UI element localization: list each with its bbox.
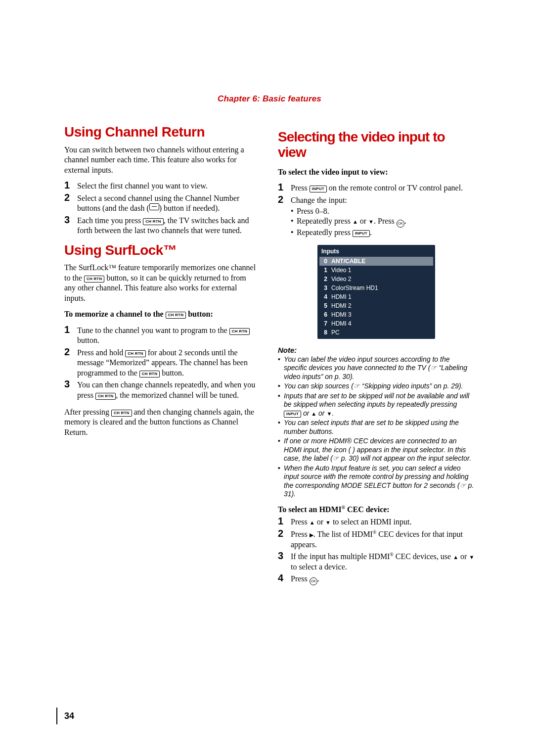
inputs-menu-number: 8 <box>321 329 327 336</box>
step-item: If the input has multiple HDMI® CEC devi… <box>278 552 475 572</box>
text-run: Press <box>291 184 310 192</box>
paragraph: After pressing CH RTN and then changing … <box>64 407 259 437</box>
step-item: Press and hold CH RTN for about 2 second… <box>64 348 259 378</box>
note-item: Inputs that are set to be skipped will n… <box>278 392 475 418</box>
inputs-menu-label: HDMI 3 <box>331 311 352 318</box>
inputs-menu: Inputs 0ANT/CABLE1Video 12Video 23ColorS… <box>317 245 435 339</box>
chrtn-button-icon: CH RTN <box>143 218 163 225</box>
page-number: 34 <box>64 711 74 721</box>
inputs-menu-label: ANT/CABLE <box>331 258 365 265</box>
steps-select-input: Press INPUT on the remote control or TV … <box>278 183 475 238</box>
page: Chapter 6: Basic features Using Channel … <box>0 0 534 756</box>
down-triangle-icon <box>368 217 374 225</box>
inputs-menu-label: ColorStream HD1 <box>331 284 378 291</box>
inputs-menu-label: HDMI 2 <box>331 302 352 309</box>
inputs-menu-number: 2 <box>321 276 327 283</box>
input-button-icon: INPUT <box>284 411 301 418</box>
inputs-menu-item: 1Video 1 <box>319 266 433 275</box>
input-button-icon: INPUT <box>310 186 327 192</box>
inputs-menu-number: 4 <box>321 293 327 300</box>
right-triangle-icon <box>310 530 313 538</box>
note-item: When the Auto Input feature is set, you … <box>278 464 475 499</box>
steps-channel-return: Select the first channel you want to vie… <box>64 181 259 236</box>
inputs-menu-item: 8PC <box>319 328 433 337</box>
paragraph: The SurfLock™ feature temporarily memori… <box>64 263 259 303</box>
step-text: Select the first channel you want to vie… <box>77 182 208 190</box>
chrtn-button-icon: CH RTN <box>84 276 104 283</box>
inputs-menu-item: 3ColorStream HD1 <box>319 284 433 292</box>
step-item: Select a second channel using the Channe… <box>64 193 259 214</box>
notes-list: You can label the video input sources ac… <box>278 355 475 499</box>
text-run: Tune to the channel you want to program … <box>77 326 229 334</box>
up-triangle-icon <box>310 518 315 526</box>
heading-surflock: Using SurfLock™ <box>64 243 259 258</box>
heading-channel-return: Using Channel Return <box>64 125 259 140</box>
text-run: button. <box>77 336 99 344</box>
left-column: Using Channel Return You can switch betw… <box>64 125 259 592</box>
up-triangle-icon <box>453 552 458 561</box>
heading-video-input: Selecting the video input to view <box>278 130 475 160</box>
note-item: If one or more HDMI® CEC devices are con… <box>278 437 475 463</box>
step-item: Each time you press CH RTN, the TV switc… <box>64 216 259 236</box>
sub-bullet: Press 0–8. <box>291 206 475 216</box>
step-item: Select the first channel you want to vie… <box>64 181 259 191</box>
inputs-menu-label: HDMI 1 <box>331 293 352 300</box>
subheading-memorize: To memorize a channel to the CH RTN butt… <box>64 309 259 319</box>
steps-surflock: Tune to the channel you want to program … <box>64 326 259 400</box>
inputs-menu-item: 4HDMI 1 <box>319 292 433 301</box>
text-run: Change the input: <box>291 196 347 204</box>
down-triangle-icon <box>325 518 331 526</box>
subheading-select-input: To select the video input to view: <box>278 167 475 177</box>
step-item: Change the input: Press 0–8. Repeatedly … <box>278 195 475 238</box>
sub-bullet: Repeatedly press or . Press OK. <box>291 216 475 228</box>
inputs-menu-label: PC <box>331 329 340 336</box>
down-triangle-icon <box>469 552 474 561</box>
note-item: You can select inputs that are set to be… <box>278 419 475 436</box>
inputs-menu-item: 7HDMI 4 <box>319 319 433 328</box>
chrtn-button-icon: CH RTN <box>139 371 160 378</box>
step-item: Press or to select an HDMI input. <box>278 517 475 527</box>
step-item: Press . The list of HDMI® CEC devices fo… <box>278 529 475 550</box>
inputs-menu-label: Video 1 <box>331 267 351 274</box>
inputs-menu-number: 0 <box>321 258 327 265</box>
dash-button-icon <box>149 203 159 210</box>
inputs-menu-item: 6HDMI 3 <box>319 310 433 319</box>
inputs-menu-item: 5HDMI 2 <box>319 301 433 310</box>
right-column: Selecting the video input to view To sel… <box>278 125 475 592</box>
chrtn-button-icon: CH RTN <box>95 393 116 400</box>
note-item: You can label the video input sources ac… <box>278 355 475 381</box>
chrtn-button-icon: CH RTN <box>229 328 250 335</box>
note-item: You can skip sources (☞ “Skipping video … <box>278 382 475 391</box>
ok-button-icon: OK <box>310 577 317 585</box>
sub-bullets: Press 0–8. Repeatedly press or . Press O… <box>291 206 475 238</box>
step-item: Press OK. <box>278 574 475 585</box>
chrtn-button-icon: CH RTN <box>166 312 186 319</box>
text-run: button. <box>160 369 184 377</box>
sub-bullet: Repeatedly press INPUT. <box>291 228 475 237</box>
text-run: Press and hold <box>77 348 125 357</box>
inputs-menu-number: 7 <box>321 320 327 327</box>
text-run: After pressing <box>64 408 111 416</box>
text-run: on the remote control or TV control pane… <box>327 184 463 192</box>
two-column-layout: Using Channel Return You can switch betw… <box>64 125 475 592</box>
page-rule <box>56 708 57 724</box>
input-button-icon: INPUT <box>353 230 370 237</box>
chrtn-button-icon: CH RTN <box>125 350 145 357</box>
text-run: , the memorized channel will be tuned. <box>116 391 239 399</box>
inputs-menu-label: HDMI 4 <box>331 320 352 327</box>
step-item: You can then change channels repeatedly,… <box>64 380 259 400</box>
note-title: Note: <box>278 346 475 354</box>
inputs-menu-label: Video 2 <box>331 276 351 283</box>
inputs-menu-number: 3 <box>321 284 327 291</box>
inputs-menu-item: 2Video 2 <box>319 275 433 284</box>
up-triangle-icon <box>311 409 316 417</box>
step-item: Tune to the channel you want to program … <box>64 326 259 346</box>
chapter-header: Chapter 6: Basic features <box>64 94 475 104</box>
steps-select-cec: Press or to select an HDMI input. Press … <box>278 517 475 585</box>
chrtn-button-icon: CH RTN <box>111 410 132 417</box>
inputs-menu-number: 1 <box>321 267 327 274</box>
subheading-select-cec: To select an HDMI® CEC device: <box>278 505 475 514</box>
inputs-menu-number: 5 <box>321 302 327 309</box>
step-item: Press INPUT on the remote control or TV … <box>278 183 475 193</box>
ok-button-icon: OK <box>397 220 404 228</box>
